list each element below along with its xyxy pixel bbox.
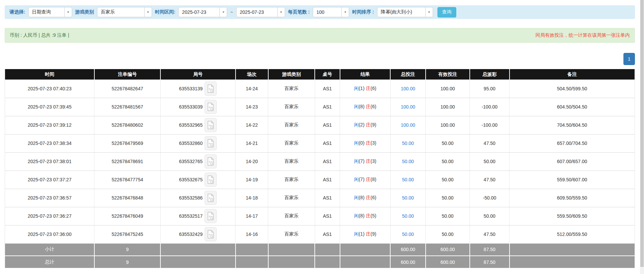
cell-table-no: AS1 bbox=[315, 98, 340, 116]
banker-result: 庄 bbox=[366, 86, 370, 91]
cell-session: 14-23 bbox=[236, 98, 268, 116]
cell-game-category: 百家乐 bbox=[268, 134, 315, 152]
header-valid-bet: 有效投注 bbox=[426, 69, 470, 80]
cell-time: 2025-07-23 07:36:27 bbox=[5, 207, 94, 225]
header-session: 场次 bbox=[236, 69, 268, 80]
header-remark: 备注 bbox=[510, 69, 635, 80]
total-bet-link[interactable]: 50.00 bbox=[402, 177, 414, 182]
query-button[interactable]: 查询 bbox=[437, 7, 456, 18]
vertical-scrollbar[interactable] bbox=[640, 0, 644, 274]
cell-result: 闲(1) 庄(9) bbox=[340, 225, 391, 243]
total-bet-link[interactable]: 50.00 bbox=[402, 195, 414, 201]
total-bet-link[interactable]: 50.00 bbox=[402, 232, 414, 237]
date-from-select[interactable]: 2025-07-23 ▼ bbox=[178, 7, 227, 17]
cell-round-id: 635532860 bbox=[160, 134, 235, 152]
total-bet-link[interactable]: 50.00 bbox=[402, 141, 414, 146]
player-result: 闲 bbox=[354, 177, 359, 182]
cell-total-bet: 100.00 bbox=[390, 98, 426, 116]
game-category-select[interactable]: 百家乐 ▼ bbox=[97, 7, 152, 17]
cell-bet-id: 522678480602 bbox=[94, 116, 160, 134]
cell-session: 14-21 bbox=[236, 134, 268, 152]
cell-round-id: 635532765 bbox=[160, 152, 235, 171]
cell-table-no: AS1 bbox=[315, 80, 340, 98]
date-to-select[interactable]: 2025-07-23 ▼ bbox=[236, 7, 285, 17]
chevron-down-icon: ▼ bbox=[64, 7, 72, 17]
cell-game-category: 百家乐 bbox=[268, 80, 315, 98]
banker-result: 庄 bbox=[366, 213, 370, 218]
video-replay-icon[interactable] bbox=[205, 100, 217, 114]
cell-time: 2025-07-23 07:36:00 bbox=[5, 225, 94, 243]
cell-valid-bet: 50.00 bbox=[426, 189, 470, 207]
chevron-down-icon: ▼ bbox=[425, 7, 433, 17]
video-replay-icon[interactable] bbox=[205, 209, 217, 223]
video-replay-icon[interactable] bbox=[205, 118, 217, 132]
video-replay-icon[interactable] bbox=[205, 227, 217, 241]
totals-row: 总计 9 600.00 600.00 87.50 bbox=[5, 256, 635, 268]
cell-total-payout: 50.00 bbox=[470, 152, 510, 171]
video-replay-icon[interactable] bbox=[205, 154, 217, 169]
cell-time: 2025-07-23 07:36:57 bbox=[5, 189, 94, 207]
scrollbar-thumb[interactable] bbox=[640, 0, 644, 267]
valid-bet-notice: 同局有效投注，统一计算在该局第一张注单内 bbox=[535, 32, 630, 38]
video-replay-icon[interactable] bbox=[205, 82, 217, 96]
banker-result: 庄 bbox=[366, 231, 370, 237]
cell-remark: 559.50/607.00 bbox=[510, 171, 635, 189]
range-tilde: ~ bbox=[230, 9, 233, 15]
cell-total-payout: 47.50 bbox=[470, 171, 510, 189]
totals-total-bet: 600.00 bbox=[390, 243, 426, 256]
cell-game-category: 百家乐 bbox=[268, 98, 315, 116]
sort-order-select[interactable]: 降幂(由大到小) ▼ bbox=[377, 7, 433, 17]
sort-order-value: 降幂(由大到小) bbox=[377, 9, 425, 15]
cell-remark: 607.00/657.00 bbox=[510, 152, 635, 171]
header-time: 时间 bbox=[5, 69, 94, 80]
header-total-bet: 总投注 bbox=[390, 69, 426, 80]
video-replay-icon[interactable] bbox=[205, 136, 217, 150]
page-size-value: 100 bbox=[313, 9, 341, 15]
total-bet-link[interactable]: 100.00 bbox=[401, 122, 415, 128]
cell-game-category: 百家乐 bbox=[268, 189, 315, 207]
total-bet-link[interactable]: 50.00 bbox=[402, 159, 414, 164]
cell-time: 2025-07-23 07:39:12 bbox=[5, 116, 94, 134]
cell-total-payout: 50.00 bbox=[470, 207, 510, 225]
total-bet-link[interactable]: 100.00 bbox=[401, 86, 415, 91]
cell-total-payout: -100.00 bbox=[470, 98, 510, 116]
cell-result: 闲(0) 庄(3) bbox=[340, 134, 391, 152]
sort-order-label: 时间排序 : bbox=[352, 9, 374, 15]
video-replay-icon[interactable] bbox=[205, 173, 217, 187]
page-size-select[interactable]: 100 ▼ bbox=[313, 7, 349, 17]
cell-game-category: 百家乐 bbox=[268, 225, 315, 243]
chevron-down-icon: ▼ bbox=[341, 7, 349, 17]
header-result: 结果 bbox=[340, 69, 391, 80]
cell-bet-id: 522678476848 bbox=[94, 189, 160, 207]
totals-payout: 87.50 bbox=[470, 256, 510, 268]
cell-remark: 559.50/609.50 bbox=[510, 207, 635, 225]
cell-round-id: 635533039 bbox=[160, 98, 235, 116]
cell-total-payout: -50.00 bbox=[470, 189, 510, 207]
cell-game-category: 百家乐 bbox=[268, 171, 315, 189]
cell-result: 闲(8) 庄(6) bbox=[340, 98, 391, 116]
cell-table-no: AS1 bbox=[315, 152, 340, 171]
cell-bet-id: 522678475245 bbox=[94, 225, 160, 243]
cell-result: 闲(8) 庄(6) bbox=[340, 189, 391, 207]
banker-result: 庄 bbox=[366, 140, 370, 146]
header-game-category: 游戏类别 bbox=[268, 69, 315, 80]
video-replay-icon[interactable] bbox=[205, 191, 217, 205]
table-row: 2025-07-23 07:38:01 522678478691 6355327… bbox=[5, 152, 635, 171]
page-1-button[interactable]: 1 bbox=[623, 53, 635, 65]
cell-round-id: 635532965 bbox=[160, 116, 235, 134]
page-size-label: 每页笔数 : bbox=[288, 9, 310, 15]
chevron-down-icon: ▼ bbox=[144, 7, 152, 17]
cell-total-bet: 50.00 bbox=[390, 207, 426, 225]
cell-round-id: 635532675 bbox=[160, 171, 235, 189]
cell-total-payout: 47.50 bbox=[470, 134, 510, 152]
cell-total-bet: 100.00 bbox=[390, 80, 426, 98]
total-bet-link[interactable]: 100.00 bbox=[401, 104, 415, 110]
main-content: 请选择: 日期查询 ▼ 游戏类别 百家乐 ▼ 时间区间: 2025-07-23 … bbox=[5, 5, 635, 269]
total-bet-link[interactable]: 50.00 bbox=[402, 213, 414, 219]
query-type-select[interactable]: 日期查询 ▼ bbox=[28, 7, 72, 17]
cell-valid-bet: 100.00 bbox=[426, 80, 470, 98]
cell-session: 14-20 bbox=[236, 152, 268, 171]
header-bet-id: 注单编号 bbox=[94, 69, 160, 80]
cell-bet-id: 522678476049 bbox=[94, 207, 160, 225]
cell-result: 闲(2) 庄(9) bbox=[340, 116, 391, 134]
